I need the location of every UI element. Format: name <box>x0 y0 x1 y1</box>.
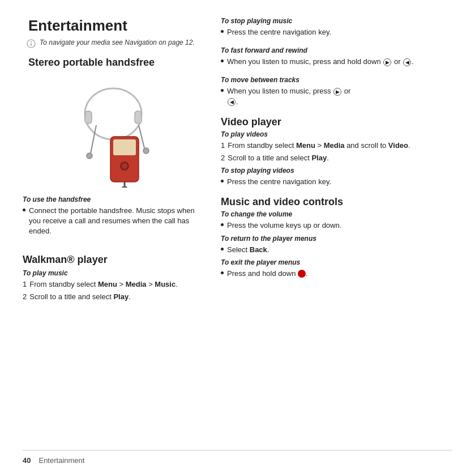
exit-menus-bullet: Press and hold down . <box>221 269 452 279</box>
stop-videos-title: To stop playing videos <box>221 167 452 175</box>
bullet-dot <box>221 30 224 33</box>
video-section: Video player To play videos 1 From stand… <box>221 116 452 191</box>
return-menus-bullet: Select Back. <box>221 245 452 255</box>
play-music-step1-text: From standby select Menu > Media > Music… <box>29 279 178 290</box>
main-title: Entertainment <box>28 17 204 35</box>
forward-arrow2-icon: ▶ <box>333 88 341 96</box>
handsfree-bullet-item: Connect the portable handsfree. Music st… <box>23 206 204 237</box>
content-area: Entertainment To navigate your media see… <box>23 17 452 450</box>
footer-label: Entertainment <box>38 456 84 465</box>
back-arrow-icon: ◀ <box>403 58 411 66</box>
page-number: 40 <box>23 456 31 465</box>
exit-menus-title: To exit the player menus <box>221 258 452 266</box>
play-music-title: To play music <box>23 269 204 277</box>
music-controls-section: Music and video controls To change the v… <box>221 196 452 282</box>
play-music-step2-text: Scroll to a title and select Play. <box>29 292 131 302</box>
play-videos-step2-text: Scroll to a title and select Play. <box>228 153 329 163</box>
svg-point-9 <box>122 163 127 169</box>
play-music-step1: 1 From standby select Menu > Media > Mus… <box>23 279 204 290</box>
stop-music-title: To stop playing music <box>221 17 452 25</box>
stop-videos-text: Press the centre navigation key. <box>227 177 331 187</box>
play-videos-title: To play videos <box>221 130 452 138</box>
svg-line-12 <box>139 125 144 148</box>
step-num-1: 1 <box>23 279 27 290</box>
bullet-dot <box>221 223 224 226</box>
play-videos-step1: 1 From standby select Menu > Media and s… <box>221 141 452 151</box>
play-music-step2: 2 Scroll to a title and select Play. <box>23 292 204 302</box>
move-tracks-bullet: When you listen to music, press ▶ or ◀. <box>221 86 452 107</box>
change-volume-title: To change the volume <box>221 210 452 218</box>
svg-point-11 <box>87 153 92 159</box>
stop-music-bullet: Press the centre navigation key. <box>221 27 452 37</box>
end-call-icon <box>298 270 306 278</box>
play-videos-step2: 2 Scroll to a title and select Play. <box>221 153 452 163</box>
video-step-num-1: 1 <box>221 141 225 151</box>
svg-point-13 <box>143 148 149 154</box>
svg-point-1 <box>31 41 32 42</box>
tip-row: To navigate your media see Navigation on… <box>26 38 204 49</box>
step-num-2: 2 <box>23 292 27 302</box>
bullet-dot <box>221 89 224 92</box>
return-menus-text: Select Back. <box>227 245 269 255</box>
fast-forward-title: To fast forward and rewind <box>221 46 452 54</box>
right-column: To stop playing music Press the centre n… <box>221 17 452 450</box>
bullet-dot <box>221 248 224 250</box>
music-controls-title: Music and video controls <box>221 196 452 208</box>
fast-forward-section: To fast forward and rewind When you list… <box>221 46 452 70</box>
forward-arrow-icon: ▶ <box>383 58 391 66</box>
exit-menus-text: Press and hold down . <box>227 269 308 279</box>
back-arrow2-icon: ◀ <box>228 98 236 106</box>
handsfree-use-title: To use the handsfree <box>23 196 204 203</box>
svg-rect-5 <box>135 111 142 124</box>
stereo-title: Stereo portable handsfree <box>28 57 204 69</box>
bullet-dot <box>221 180 224 182</box>
walkman-title: Walkman® player <box>23 254 204 266</box>
tip-icon <box>26 39 36 49</box>
move-tracks-section: To move between tracks When you listen t… <box>221 76 452 110</box>
stop-music-text: Press the centre navigation key. <box>227 27 331 37</box>
bullet-dot <box>23 209 25 211</box>
handsfree-svg <box>57 74 170 188</box>
move-tracks-text: When you listen to music, press ▶ or ◀. <box>227 86 350 107</box>
tip-text: To navigate your media see Navigation on… <box>40 38 195 48</box>
video-step-num-2: 2 <box>221 153 225 163</box>
handsfree-bullet-text: Connect the portable handsfree. Music st… <box>29 206 204 237</box>
left-column: Entertainment To navigate your media see… <box>23 17 204 450</box>
walkman-section: Walkman® player To play music 1 From sta… <box>23 254 204 304</box>
svg-point-3 <box>85 88 142 139</box>
svg-rect-15 <box>122 186 127 188</box>
svg-rect-4 <box>85 111 92 124</box>
fast-forward-bullet: When you listen to music, press and hold… <box>221 57 452 67</box>
page-footer: 40 Entertainment <box>23 450 452 465</box>
change-volume-text: Press the volume keys up or down. <box>227 220 341 231</box>
return-menus-title: To return to the player menus <box>221 235 452 243</box>
fast-forward-text: When you listen to music, press and hold… <box>227 57 414 67</box>
handsfree-image <box>57 74 170 188</box>
stop-videos-bullet: Press the centre navigation key. <box>221 177 452 187</box>
video-title: Video player <box>221 116 452 128</box>
bullet-dot <box>221 60 224 62</box>
bullet-dot <box>221 271 224 274</box>
stop-music-section: To stop playing music Press the centre n… <box>221 17 452 41</box>
change-volume-bullet: Press the volume keys up or down. <box>221 220 452 231</box>
move-tracks-title: To move between tracks <box>221 76 452 84</box>
svg-rect-7 <box>113 139 136 155</box>
handsfree-use-section: To use the handsfree Connect the portabl… <box>23 196 204 240</box>
play-videos-step1-text: From standby select Menu > Media and scr… <box>228 141 410 151</box>
page: Entertainment To navigate your media see… <box>0 0 475 476</box>
